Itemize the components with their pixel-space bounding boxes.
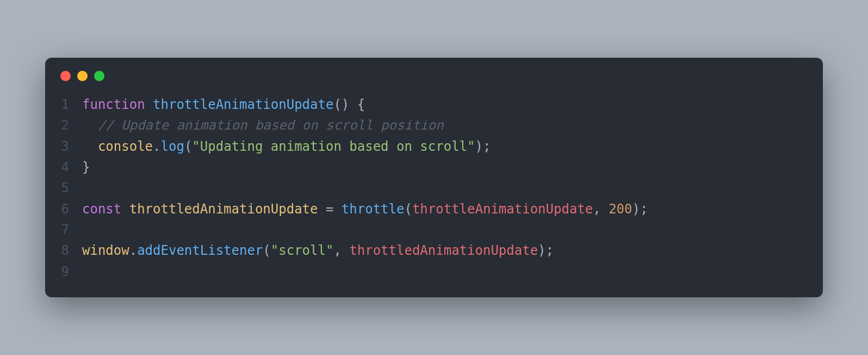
line-number: 8 (60, 240, 69, 261)
code-line: // Update animation based on scroll posi… (82, 115, 648, 136)
code-line: console.log("Updating animation based on… (82, 136, 648, 157)
code-line: const throttledAnimationUpdate = throttl… (82, 199, 648, 219)
code-token: addEventListener (137, 243, 263, 258)
code-line: } (82, 157, 648, 178)
code-token: throttleAnimationUpdate (412, 201, 593, 217)
code-token: ); (475, 139, 491, 154)
line-number: 5 (60, 178, 69, 198)
code-token: 200 (609, 201, 632, 217)
code-token: ( (184, 139, 192, 154)
code-token: ); (538, 243, 554, 258)
code-line (82, 178, 648, 198)
code-token: // Update animation based on scroll posi… (98, 118, 444, 133)
close-icon[interactable] (60, 71, 71, 81)
code-token: "Updating animation based on scroll" (192, 139, 475, 154)
code-token: function (82, 97, 145, 112)
line-number: 7 (60, 219, 69, 240)
line-number: 6 (60, 199, 69, 219)
code-token: ( (263, 243, 270, 258)
code-token: . (129, 243, 137, 258)
code-token: window (82, 243, 129, 258)
code-token: console (98, 139, 153, 154)
code-line: function throttleAnimationUpdate() { (82, 94, 648, 115)
code-token (145, 97, 153, 112)
zoom-icon[interactable] (94, 71, 104, 81)
code-token (82, 118, 98, 133)
code-token: throttledAnimationUpdate (129, 201, 318, 217)
line-number: 1 (60, 94, 69, 115)
line-number: 9 (60, 261, 69, 282)
code-line: window.addEventListener("scroll", thrott… (82, 240, 648, 261)
line-number: 2 (60, 115, 69, 136)
line-number: 3 (60, 136, 69, 157)
code-token: "scroll" (271, 243, 334, 258)
code-token: throttledAnimationUpdate (349, 243, 538, 258)
code-token: = (318, 201, 341, 217)
code-token (121, 201, 129, 217)
code-token: , (593, 201, 609, 217)
code-window: 1 2 3 4 5 6 7 8 9 function throttleAnima… (45, 58, 823, 298)
code-content: function throttleAnimationUpdate() { // … (82, 94, 648, 283)
code-token: throttle (342, 201, 405, 217)
code-token: ); (633, 201, 648, 217)
line-number: 4 (60, 157, 69, 178)
code-token: const (82, 201, 121, 217)
code-token: } (82, 160, 90, 175)
minimize-icon[interactable] (77, 71, 88, 81)
window-titlebar (60, 71, 808, 81)
code-line (82, 219, 648, 240)
code-area: 1 2 3 4 5 6 7 8 9 function throttleAnima… (60, 94, 808, 283)
code-token: ( (404, 201, 412, 217)
code-token: log (161, 139, 184, 154)
code-token: () { (333, 97, 365, 112)
code-token: throttleAnimationUpdate (153, 97, 333, 112)
line-number-gutter: 1 2 3 4 5 6 7 8 9 (60, 94, 82, 283)
code-line (82, 261, 648, 282)
code-token: , (333, 243, 349, 258)
code-token (82, 139, 98, 154)
code-token: . (153, 139, 160, 154)
